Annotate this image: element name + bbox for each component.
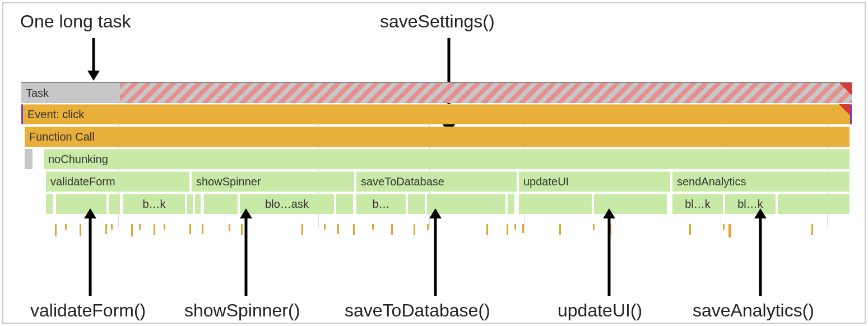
nochunking-label: noChunking	[48, 153, 108, 166]
svg-marker-13	[754, 208, 767, 218]
nochunking-row: noChunking	[21, 149, 852, 169]
micro-bar-bk: b…k	[123, 194, 185, 214]
micro-bar	[519, 194, 592, 214]
annotation-save-settings: saveSettings()	[380, 11, 495, 32]
svg-marker-5	[84, 208, 96, 218]
tick	[154, 224, 155, 235]
arrow-up-icon	[427, 207, 444, 300]
flame-graph: Task Event: click Function Call noChunki…	[21, 82, 852, 216]
tick	[522, 224, 524, 233]
tick	[229, 224, 230, 231]
svg-marker-9	[429, 208, 442, 218]
tick	[80, 224, 81, 236]
tick	[514, 224, 516, 230]
sendanalytics-bar: sendAnalytics	[672, 171, 850, 192]
task-bar-initial: Task	[21, 83, 120, 103]
event-click-bar: Event: click	[21, 104, 852, 124]
annotation-one-long-task: One long task	[20, 11, 131, 32]
micro-bar	[778, 194, 850, 214]
micro-bar-b: b…	[356, 194, 406, 214]
tick	[111, 224, 113, 230]
annotation-savetodatabase: saveToDatabase()	[345, 300, 490, 321]
tick	[689, 224, 691, 235]
warning-triangle-icon	[839, 104, 850, 115]
micro-bar	[408, 194, 425, 214]
micro-bar	[195, 194, 201, 214]
showspinner-bar: showSpinner	[192, 171, 354, 192]
micro-bar	[204, 194, 238, 214]
tick	[353, 224, 355, 235]
diagram-frame: One long task saveSettings() Task Event:…	[2, 2, 866, 324]
savetodatabase-bar: saveToDatabase	[356, 171, 517, 192]
tick	[559, 224, 561, 235]
savetodatabase-label: saveToDatabase	[361, 175, 444, 188]
tick	[131, 224, 133, 236]
warning-triangle-icon	[839, 83, 852, 95]
tick	[55, 224, 57, 236]
tick	[593, 224, 595, 230]
tick	[728, 224, 731, 237]
tiny-gray-bar	[25, 149, 33, 169]
showspinner-label: showSpinner	[196, 175, 261, 188]
annotation-updateui: updateUI()	[558, 300, 642, 321]
tick	[414, 224, 415, 235]
tick	[164, 224, 165, 230]
micro-bar	[46, 194, 53, 214]
micro-bar	[508, 194, 514, 214]
nochunking-bar: noChunking	[44, 149, 850, 169]
micro-bar	[109, 194, 120, 214]
tick	[391, 224, 393, 235]
arrow-up-icon	[752, 207, 769, 300]
arrow-up-icon	[82, 207, 99, 300]
sendanalytics-label: sendAnalytics	[677, 175, 746, 188]
micro-bar-blk: bl…k	[672, 194, 723, 214]
tick	[65, 224, 67, 230]
task-label: Task	[26, 87, 49, 100]
arrow-down-icon	[85, 36, 102, 82]
function-call-label: Function Call	[29, 131, 95, 143]
micro-label: bl…k	[685, 198, 711, 211]
validateform-bar: validateForm	[46, 171, 189, 192]
event-row: Event: click	[21, 104, 852, 124]
svg-marker-1	[87, 71, 100, 81]
tick	[811, 224, 813, 235]
arrow-up-icon	[601, 207, 618, 300]
annotation-showspinner: showSpinner()	[184, 300, 300, 321]
tick	[507, 224, 508, 235]
tick	[337, 224, 339, 234]
micro-bar	[187, 194, 193, 214]
function-call-row: Function Call	[21, 127, 852, 147]
tick	[723, 224, 725, 230]
micro-label: b…k	[142, 198, 165, 211]
tick	[189, 224, 191, 234]
updateui-bar: updateUI	[519, 171, 670, 192]
tick	[202, 224, 203, 234]
annotation-saveanalytics: saveAnalytics()	[693, 300, 814, 321]
micro-label: blo…ask	[265, 198, 309, 211]
arrow-up-icon	[238, 207, 254, 300]
tick	[486, 224, 488, 235]
micro-label: b…	[372, 198, 389, 211]
event-label: Event: click	[27, 108, 84, 121]
svg-marker-7	[240, 208, 252, 218]
task-bar-long	[120, 83, 852, 103]
tick	[105, 224, 107, 234]
annotation-validateform: validateForm()	[30, 300, 146, 321]
tick	[139, 224, 141, 230]
tick	[372, 224, 374, 230]
svg-marker-11	[603, 208, 615, 218]
micro-bar	[56, 194, 106, 214]
tick	[301, 224, 303, 235]
children-row: validateForm showSpinner saveToDatabase …	[21, 171, 852, 192]
validateform-label: validateForm	[50, 175, 115, 188]
task-row: Task	[21, 82, 852, 102]
micro-bar	[336, 194, 353, 214]
tick	[324, 224, 326, 230]
function-call-bar: Function Call	[25, 127, 850, 147]
updateui-label: updateUI	[523, 175, 569, 188]
